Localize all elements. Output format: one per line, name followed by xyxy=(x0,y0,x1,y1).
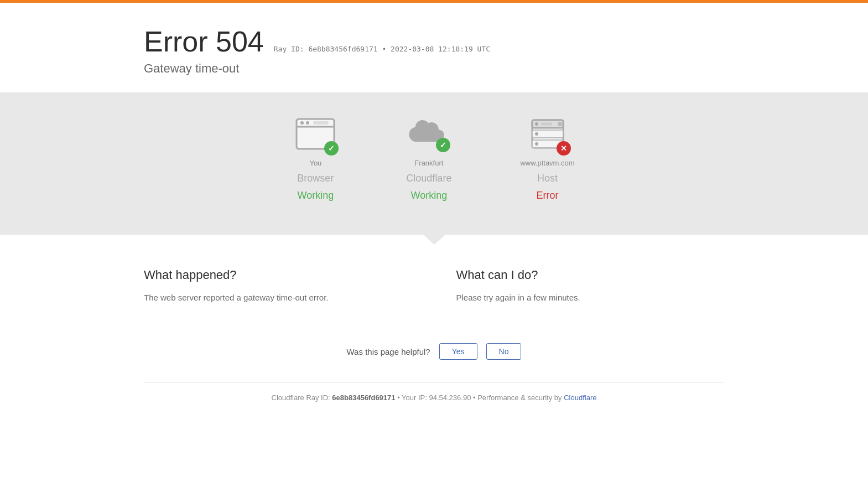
main-content: What happened? The web server reported a… xyxy=(0,235,868,327)
cloudflare-state: Working xyxy=(411,190,448,201)
browser-state: Working xyxy=(298,190,334,201)
svg-rect-4 xyxy=(313,121,329,125)
helpful-no-button[interactable]: No xyxy=(486,343,522,360)
footer-ray-id: 6e8b83456fd69171 xyxy=(332,394,395,402)
what-happened-col: What happened? The web server reported a… xyxy=(144,268,412,304)
status-item-host: ✕ www.pttavm.com Host Error xyxy=(520,115,574,201)
what-happened-body: The web server reported a gateway time-o… xyxy=(144,291,412,304)
browser-location: You xyxy=(309,159,321,167)
svg-point-13 xyxy=(558,122,562,126)
cloudflare-type: Cloudflare xyxy=(406,173,451,184)
host-status-badge: ✕ xyxy=(557,141,571,156)
browser-icon-wrapper: ✓ xyxy=(293,115,337,153)
error-code: Error 504 xyxy=(144,25,264,58)
svg-point-2 xyxy=(300,121,304,125)
browser-status-badge: ✓ xyxy=(324,141,339,156)
what-happened-title: What happened? xyxy=(144,268,412,282)
footer: Cloudflare Ray ID: 6e8b83456fd69171 • Yo… xyxy=(0,382,868,413)
helpful-label: Was this page helpful? xyxy=(347,347,430,356)
svg-point-9 xyxy=(535,122,538,126)
svg-point-12 xyxy=(535,142,538,146)
cloud-icon-wrapper: ✓ xyxy=(404,115,454,153)
helpful-yes-button[interactable]: Yes xyxy=(439,343,477,360)
error-subtitle: Gateway time-out xyxy=(144,61,868,76)
helpful-row: Was this page helpful? Yes No xyxy=(0,327,868,382)
host-type: Host xyxy=(537,173,558,184)
host-location: www.pttavm.com xyxy=(520,159,574,167)
host-state: Error xyxy=(537,190,559,201)
svg-point-3 xyxy=(306,121,309,125)
svg-point-11 xyxy=(535,132,538,136)
browser-type: Browser xyxy=(297,173,334,184)
status-item-cloudflare: ✓ Frankfurt Cloudflare Working xyxy=(404,115,454,201)
what-to-do-body: Please try again in a few minutes. xyxy=(456,291,725,304)
status-item-browser: ✓ You Browser Working xyxy=(293,115,337,201)
svg-rect-10 xyxy=(541,123,552,126)
cloudflare-link[interactable]: Cloudflare xyxy=(564,394,596,402)
cloudflare-location: Frankfurt xyxy=(414,159,443,167)
cloudflare-status-badge: ✓ xyxy=(436,138,450,152)
what-to-do-col: What can I do? Please try again in a few… xyxy=(456,268,725,304)
header: Error 504 Ray ID: 6e8b83456fd69171 • 202… xyxy=(0,3,868,92)
what-to-do-title: What can I do? xyxy=(456,268,725,282)
ray-id: Ray ID: 6e8b83456fd69171 • 2022-03-08 12… xyxy=(274,45,490,53)
footer-ip-text: • Your IP: 94.54.236.90 • Performance & … xyxy=(396,394,564,402)
status-section: ✓ You Browser Working ✓ Frankfurt Cloudf… xyxy=(0,92,868,235)
status-icons: ✓ You Browser Working ✓ Frankfurt Cloudf… xyxy=(0,115,868,201)
server-icon-wrapper: ✕ xyxy=(526,115,570,153)
footer-ray-prefix: Cloudflare Ray ID: xyxy=(272,394,332,402)
